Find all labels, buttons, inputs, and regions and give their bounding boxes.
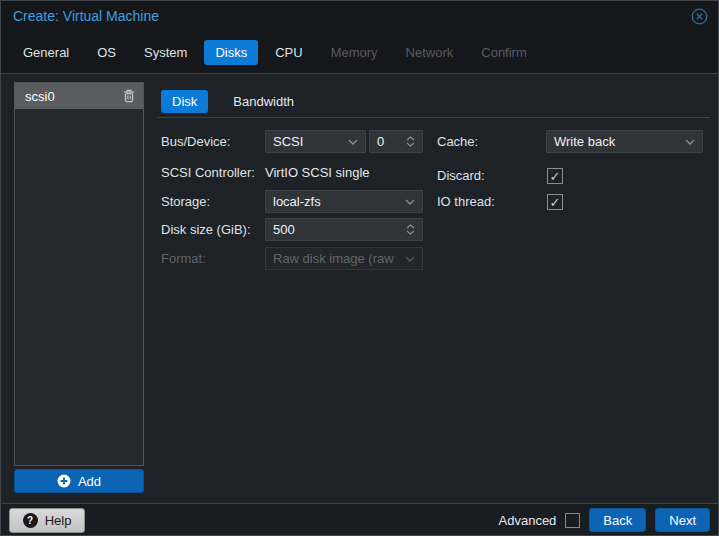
bus-device-combo[interactable]: SCSI (265, 130, 366, 153)
advanced-label: Advanced (499, 513, 557, 528)
check-icon: ✓ (550, 196, 561, 209)
add-disk-button[interactable]: Add (14, 469, 144, 493)
disk-item-label: scsi0 (25, 89, 123, 104)
disk-size-label: Disk size (GiB): (161, 218, 251, 241)
chevron-down-icon[interactable] (405, 199, 415, 205)
cache-combo[interactable]: Write back (546, 130, 703, 153)
bus-device-combo-value: SCSI (273, 134, 348, 149)
cache-combo-value: Write back (554, 134, 685, 149)
help-button[interactable]: ? Help (9, 508, 85, 533)
create-vm-dialog: Create: Virtual Machine General OS Syste… (0, 0, 719, 536)
footer-actions: Advanced Back Next (499, 508, 710, 532)
tab-general[interactable]: General (12, 40, 80, 65)
io-thread-checkbox[interactable]: ✓ (547, 194, 563, 210)
format-value: Raw disk image (raw (273, 251, 405, 266)
add-button-label: Add (78, 474, 101, 489)
chevron-down-icon (405, 256, 415, 262)
subtab-divider (157, 117, 710, 118)
scsi-controller-label: SCSI Controller: (161, 161, 255, 184)
spinner-arrows-icon[interactable] (406, 224, 415, 235)
storage-combo[interactable]: local-zfs (265, 190, 423, 213)
question-circle-icon: ? (23, 513, 38, 528)
back-button[interactable]: Back (589, 508, 646, 532)
bus-device-number-spinner[interactable]: 0 (369, 130, 423, 153)
storage-label: Storage: (161, 190, 210, 213)
disk-size-spinner[interactable]: 500 (265, 218, 423, 241)
chevron-down-icon[interactable] (685, 139, 695, 145)
check-icon: ✓ (550, 170, 561, 183)
tab-network: Network (395, 40, 465, 65)
trash-icon[interactable] (123, 89, 135, 103)
tab-cpu[interactable]: CPU (264, 40, 313, 65)
io-thread-label: IO thread: (437, 190, 495, 213)
tab-memory: Memory (320, 40, 389, 65)
scsi-controller-value: VirtIO SCSI single (265, 161, 370, 184)
disk-list: scsi0 (14, 82, 144, 466)
tab-os[interactable]: OS (86, 40, 127, 65)
discard-checkbox[interactable]: ✓ (547, 168, 563, 184)
disks-panel: scsi0 Add (1, 75, 718, 503)
chevron-down-icon[interactable] (348, 139, 358, 145)
discard-label: Discard: (437, 164, 485, 187)
disk-subtabs: Disk Bandwidth (161, 90, 305, 113)
disk-size-value: 500 (273, 222, 406, 237)
plus-circle-icon (57, 474, 71, 488)
spinner-arrows-icon[interactable] (406, 136, 415, 147)
title-bar: Create: Virtual Machine (1, 1, 718, 31)
advanced-checkbox[interactable] (565, 513, 580, 528)
bus-device-number-value: 0 (377, 134, 406, 149)
tab-confirm: Confirm (470, 40, 538, 65)
tab-system[interactable]: System (133, 40, 198, 65)
subtab-disk[interactable]: Disk (161, 90, 208, 113)
bus-device-label: Bus/Device: (161, 130, 230, 153)
disk-list-item-scsi0[interactable]: scsi0 (15, 83, 143, 109)
dialog-title: Create: Virtual Machine (13, 8, 690, 24)
wizard-tab-bar: General OS System Disks CPU Memory Netwo… (1, 31, 718, 74)
format-label: Format: (161, 247, 206, 270)
format-combo-disabled: Raw disk image (raw (265, 247, 423, 270)
subtab-bandwidth[interactable]: Bandwidth (222, 90, 305, 113)
footer-bar: ? Help Advanced Back Next (1, 503, 718, 535)
next-button[interactable]: Next (655, 508, 710, 532)
storage-combo-value: local-zfs (273, 194, 405, 209)
cache-label: Cache: (437, 130, 478, 153)
help-button-label: Help (45, 513, 72, 528)
tab-disks[interactable]: Disks (204, 40, 258, 65)
close-icon[interactable] (690, 7, 708, 25)
